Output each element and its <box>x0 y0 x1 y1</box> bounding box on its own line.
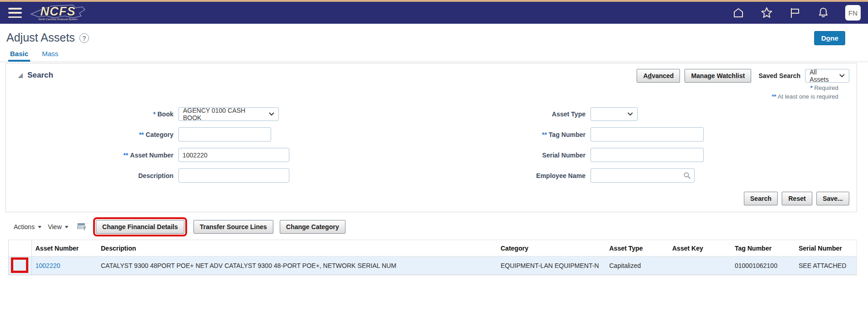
asset-number-link[interactable]: 1002220 <box>36 262 61 269</box>
search-magnifier-icon[interactable] <box>683 172 691 179</box>
category-input[interactable] <box>178 127 271 141</box>
category-label: **Category <box>6 131 178 138</box>
serial-number-input[interactable] <box>591 148 704 162</box>
required-notes: * Required ** At least one is required <box>6 84 857 101</box>
chevron-down-icon <box>627 112 633 116</box>
save-button[interactable]: Save... <box>816 192 849 205</box>
search-actions: Search Reset Save... <box>6 189 857 206</box>
search-panel: Search Advanced Manage Watchlist Saved S… <box>5 63 857 212</box>
chevron-down-icon <box>269 112 274 116</box>
cell-serial-number: SEE ATTACHED <box>795 257 857 275</box>
search-section-title: Search <box>17 71 53 80</box>
logo-text: NCFS <box>40 5 76 19</box>
search-form: *Book AGENCY 0100 CASH BOOK **Category *… <box>6 107 857 189</box>
table-row: 1002220 CATALYST 9300 48PORT POE+ NET AD… <box>9 257 857 275</box>
cell-tag-number: 010001062100 <box>731 257 795 275</box>
saved-search-value: All Assets <box>810 68 836 83</box>
column-header-category: Category <box>497 240 606 257</box>
book-select[interactable]: AGENCY 0100 CASH BOOK <box>178 107 279 121</box>
employee-name-label: Employee Name <box>455 172 591 179</box>
search-title-text: Search <box>27 71 53 80</box>
tag-number-input[interactable] <box>591 127 704 141</box>
column-header-asset-key: Asset Key <box>669 240 731 257</box>
tab-mass[interactable]: Mass <box>42 50 58 62</box>
book-value: AGENCY 0100 CASH BOOK <box>183 107 265 121</box>
caret-down-icon <box>38 226 42 228</box>
cell-asset-number: 1002220 <box>31 257 97 275</box>
column-header-tag-number: Tag Number <box>731 240 795 257</box>
notifications-bell-icon[interactable] <box>817 6 830 19</box>
announcements-flag-icon[interactable] <box>789 6 801 19</box>
caret-down-icon <box>65 226 68 228</box>
advanced-button[interactable]: Advanced <box>637 69 680 83</box>
query-by-example-filter-icon[interactable] <box>77 222 88 232</box>
menu-icon[interactable] <box>8 8 22 18</box>
asset-type-select[interactable] <box>591 107 638 121</box>
page-header: Adjust Assets ? Done <box>0 24 868 48</box>
employee-name-input[interactable] <box>591 168 695 183</box>
reset-button[interactable]: Reset <box>782 192 812 205</box>
user-avatar[interactable]: FN <box>845 5 861 21</box>
table-header-row: Asset Number Description Category Asset … <box>9 240 857 257</box>
page-title: Adjust Assets ? <box>6 31 89 44</box>
serial-number-label: Serial Number <box>455 152 591 159</box>
page-title-text: Adjust Assets <box>6 31 75 44</box>
logo-subtext: North Carolina Financial System <box>38 18 78 21</box>
cell-asset-type: Capitalized <box>606 257 669 275</box>
search-button[interactable]: Search <box>744 192 778 205</box>
actions-menu[interactable]: Actions <box>14 223 42 230</box>
help-icon[interactable]: ? <box>79 33 89 43</box>
row-selector-cell[interactable] <box>9 257 31 275</box>
transfer-source-lines-button[interactable]: Transfer Source Lines <box>193 220 273 234</box>
home-icon[interactable] <box>732 6 745 19</box>
asset-number-label: **Asset Number <box>6 152 178 159</box>
chevron-down-icon <box>839 74 845 78</box>
asset-type-label: Asset Type <box>455 110 591 118</box>
saved-search-label: Saved Search <box>758 72 800 79</box>
column-header-asset-number: Asset Number <box>31 240 97 257</box>
manage-watchlist-button[interactable]: Manage Watchlist <box>685 69 751 83</box>
asset-number-input[interactable] <box>178 148 289 162</box>
column-header-description: Description <box>97 240 497 257</box>
tag-number-label: **Tag Number <box>455 131 591 138</box>
cell-description: CATALYST 9300 48PORT POE+ NET ADV CATALY… <box>97 257 497 275</box>
tab-divider <box>0 62 868 62</box>
change-category-button[interactable]: Change Category <box>280 220 345 234</box>
collapse-triangle-icon[interactable] <box>17 72 23 79</box>
tab-bar: Basic Mass <box>0 50 868 62</box>
annotation-red-box <box>11 257 28 273</box>
row-selector-header <box>9 240 31 257</box>
column-header-serial-number: Serial Number <box>795 240 857 257</box>
results-table: Asset Number Description Category Asset … <box>8 240 857 275</box>
cell-asset-key <box>669 257 731 275</box>
cell-category: EQUIPMENT-LAN EQUIPMENT-N <box>497 257 606 275</box>
change-financial-details-button[interactable]: Change Financial Details <box>96 220 184 234</box>
results-toolbar: Actions View Change Financial Details Tr… <box>14 218 868 236</box>
view-menu[interactable]: View <box>48 223 68 230</box>
description-input[interactable] <box>178 168 289 183</box>
description-label: Description <box>6 172 178 179</box>
favorites-star-icon[interactable] <box>760 6 773 19</box>
top-navigation-bar: NCFS North Carolina Financial System FN <box>0 0 868 24</box>
book-label: *Book <box>6 110 178 118</box>
ncfs-logo: NCFS North Carolina Financial System <box>28 1 88 23</box>
done-button[interactable]: Done <box>814 31 845 45</box>
saved-search-select[interactable]: All Assets <box>805 69 849 83</box>
tab-basic[interactable]: Basic <box>10 50 28 62</box>
column-header-asset-type: Asset Type <box>606 240 669 257</box>
